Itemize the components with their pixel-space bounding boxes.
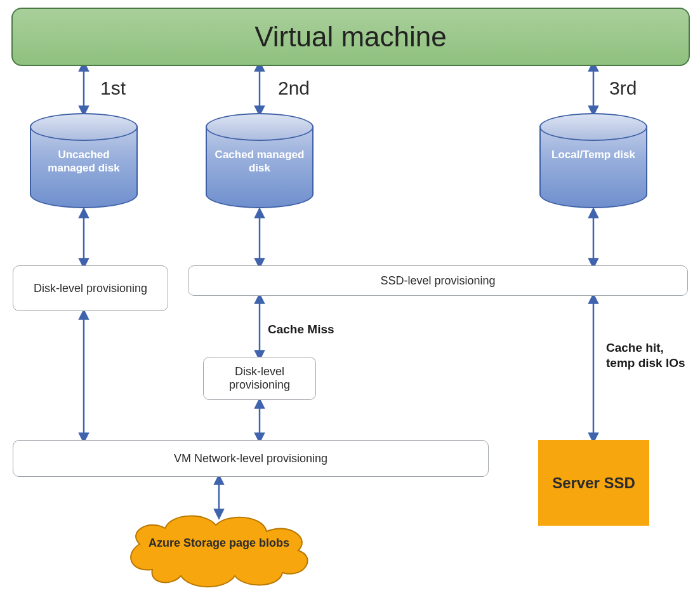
box-ssd-level-label: SSD-level provisioning xyxy=(380,274,495,288)
disk-uncached-label: Uncached managed disk xyxy=(30,148,138,175)
box-vm-network-label: VM Network-level provisioning xyxy=(174,452,327,465)
box-ssd-level: SSD-level provisioning xyxy=(188,265,688,296)
box-disk-level-1: Disk-level provisioning xyxy=(13,265,168,311)
diagram-stage: Virtual machine 1st 2nd 3rd Uncached man… xyxy=(0,0,700,600)
box-disk-level-2: Disk-level provisioning xyxy=(203,357,316,400)
azure-storage-cloud: Azure Storage page blobs xyxy=(121,509,317,592)
virtual-machine-box: Virtual machine xyxy=(11,8,690,66)
server-ssd-label: Server SSD xyxy=(552,474,635,492)
disk-local-label: Local/Temp disk xyxy=(539,148,647,161)
box-vm-network: VM Network-level provisioning xyxy=(13,440,489,477)
cloud-label: Azure Storage page blobs xyxy=(121,536,317,550)
server-ssd: Server SSD xyxy=(538,440,649,526)
box-disk-level-1-label: Disk-level provisioning xyxy=(34,282,147,295)
cloud-icon xyxy=(121,509,317,592)
label-cache-miss: Cache Miss xyxy=(268,322,334,337)
disk-uncached: Uncached managed disk xyxy=(30,113,138,208)
path-order-2: 2nd xyxy=(278,77,310,99)
label-cache-hit: Cache hit, temp disk IOs xyxy=(606,340,689,371)
box-disk-level-2-label: Disk-level provisioning xyxy=(209,365,310,392)
disk-cached-label: Cached managed disk xyxy=(206,148,314,175)
disk-cached: Cached managed disk xyxy=(206,113,314,208)
disk-local-temp: Local/Temp disk xyxy=(539,113,647,208)
virtual-machine-label: Virtual machine xyxy=(254,21,446,53)
path-order-1: 1st xyxy=(100,77,126,99)
path-order-3: 3rd xyxy=(609,77,637,99)
